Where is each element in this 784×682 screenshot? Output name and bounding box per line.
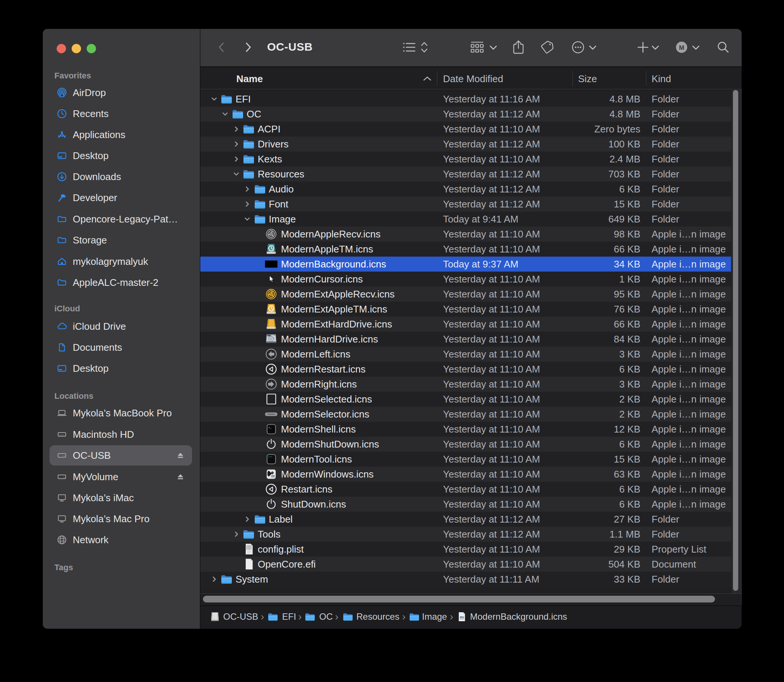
svg-text:Continue: Continue (268, 413, 275, 415)
svg-text:>_: >_ (269, 426, 272, 429)
svg-text:M: M (679, 44, 684, 51)
svg-text:EXEC: EXEC (269, 456, 273, 458)
